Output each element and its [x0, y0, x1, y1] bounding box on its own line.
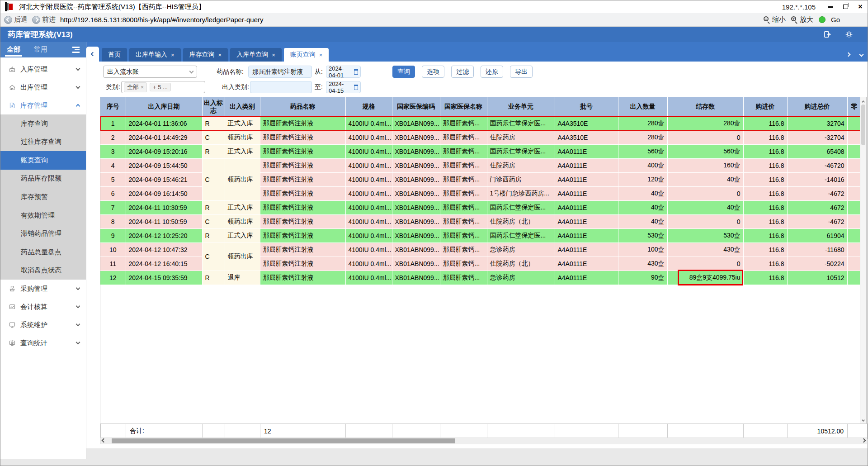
go-button[interactable]: Go — [831, 16, 840, 24]
filter-button-还原[interactable]: 还原 — [481, 66, 503, 78]
category-tag-+ 5 ...[interactable]: + 5 ... — [150, 83, 171, 91]
vertical-scroll-thumb[interactable] — [861, 105, 865, 145]
cell-category: 正式入库 — [225, 200, 260, 214]
cell-qty: 40盒 — [618, 200, 667, 214]
column-header-购进价[interactable]: 购进价 — [743, 97, 787, 116]
filter-button-导出[interactable]: 导出 — [510, 66, 533, 78]
sidebar-item-有效期管理[interactable]: 有效期管理 — [0, 206, 86, 225]
cell-category: 领药出库 — [225, 130, 260, 144]
column-header-规格[interactable]: 规格 — [345, 97, 392, 116]
tab-scroll-left-button[interactable] — [86, 47, 99, 62]
sidebar-group-查询统计[interactable]: 查询统计 — [0, 334, 86, 352]
drug-name-input[interactable]: 那屈肝素钙注射液 — [248, 66, 312, 78]
table-row[interactable]: 22024-04-01 14:49:29C领药出库那屈肝素钙注射液4100IU … — [100, 130, 861, 144]
table-row[interactable]: 82024-04-11 10:50:59C领药出库那屈肝素钙注射液4100IU … — [100, 214, 861, 228]
tab-入库单查询[interactable]: 入库单查询× — [230, 48, 282, 62]
tab-出库单输入[interactable]: 出库单输入× — [129, 48, 181, 62]
sidebar-group-出库管理[interactable]: 出库管理 — [0, 78, 86, 96]
column-header-出入标志[interactable]: 出入标志 — [202, 97, 225, 116]
tab-close-icon[interactable]: × — [272, 52, 275, 58]
column-header-业务单元[interactable]: 业务单元 — [487, 97, 555, 116]
tab-账页查询[interactable]: 账页查询× — [284, 48, 329, 62]
restore-button[interactable] — [842, 3, 849, 10]
sidebar-item-取消盘点状态[interactable]: 取消盘点状态 — [0, 262, 86, 280]
tab-库存查询[interactable]: 库存查询× — [183, 48, 228, 62]
column-header-国家医保名称[interactable]: 国家医保名称 — [440, 97, 487, 116]
close-button[interactable]: × — [857, 3, 864, 10]
sidebar-item-滞销药品管理[interactable]: 滞销药品管理 — [0, 224, 86, 243]
cell-extra — [847, 130, 861, 144]
scroll-right-icon[interactable] — [862, 438, 866, 443]
date-to-input[interactable]: 2024-04-15 — [326, 81, 361, 93]
scroll-down-icon[interactable] — [862, 418, 865, 422]
back-button[interactable]: 后退 — [4, 15, 28, 24]
minimize-button[interactable] — [827, 3, 834, 10]
cell-batch: A4A3510E — [555, 130, 618, 144]
cell-qty: 280盒 — [618, 116, 667, 130]
report-type-select[interactable]: 出入流水账 — [103, 66, 197, 78]
table-row[interactable]: 102024-04-12 10:47:32C领药出库那屈肝素钙注射液4100IU… — [100, 243, 861, 257]
zoom-out-button[interactable]: − 缩小 — [764, 15, 786, 24]
sidebar-item-过往库存查询[interactable]: 过往库存查询 — [0, 133, 86, 152]
tag-remove-icon[interactable]: × — [141, 84, 144, 90]
column-header-序号[interactable]: 序号 — [100, 97, 126, 116]
cell-category: 正式入库 — [225, 144, 260, 158]
sidebar-item-库存预警[interactable]: 库存预警 — [0, 188, 86, 206]
column-header-零[interactable]: 零 — [847, 97, 861, 116]
category-tag-全部[interactable]: 全部× — [124, 82, 147, 92]
settings-gear-icon[interactable] — [845, 30, 853, 38]
table-row[interactable]: 72024-04-11 10:30:59R正式入库那屈肝素钙注射液4100IU … — [100, 200, 861, 214]
column-header-国家医保编码[interactable]: 国家医保编码 — [392, 97, 440, 116]
zoom-in-button[interactable]: + 放大 — [791, 15, 813, 24]
sidebar-group-库存管理[interactable]: 库存管理 — [0, 96, 86, 114]
tab-close-icon[interactable]: × — [319, 52, 323, 58]
filter-button-查询[interactable]: 查询 — [392, 66, 415, 78]
date-from-input[interactable]: 2024-04-01 — [326, 66, 361, 78]
filter-button-过滤[interactable]: 过滤 — [451, 66, 474, 78]
sidebar-tab-全部[interactable]: 全部 — [7, 42, 20, 57]
cell-drug: 那屈肝素钙注射液 — [260, 130, 345, 144]
url-field[interactable]: http://192.168.5.131:8000/his-yk/app/#/i… — [60, 16, 764, 24]
switch-window-icon[interactable] — [823, 30, 831, 38]
cell-spec: 4100IU 0.4ml... — [345, 257, 392, 271]
vertical-scrollbar[interactable] — [860, 97, 866, 423]
sidebar-group-采购管理[interactable]: 采购管理 — [0, 280, 86, 298]
cell-extra — [847, 200, 861, 214]
cell-seq: 7 — [100, 200, 126, 214]
column-header-出入类别[interactable]: 出入类别 — [225, 97, 260, 116]
sidebar-group-入库管理[interactable]: 入库管理 — [0, 60, 86, 78]
tab-首页[interactable]: 首页 — [102, 48, 127, 62]
forward-button[interactable]: 前进 — [32, 15, 56, 24]
horizontal-scroll-thumb[interactable] — [112, 438, 455, 443]
inout-category-input[interactable] — [250, 81, 312, 93]
column-header-批号[interactable]: 批号 — [555, 97, 618, 116]
menu-lines-icon[interactable] — [72, 47, 80, 53]
sidebar-group-系统维护[interactable]: 系统维护 — [0, 316, 86, 334]
sidebar-item-药品总量盘点[interactable]: 药品总量盘点 — [0, 243, 86, 262]
sidebar-group-会计核算[interactable]: 会计核算 — [0, 298, 86, 316]
column-header-结存数[interactable]: 结存数 — [667, 97, 743, 116]
table-row[interactable]: 122024-04-15 09:35:59R退库那屈肝素钙注射液4100IU 0… — [100, 271, 861, 285]
sidebar-tab-常用[interactable]: 常用 — [34, 42, 47, 57]
horizontal-scrollbar[interactable] — [100, 437, 867, 444]
table-row[interactable]: 92024-04-12 10:25:20R正式入库那屈肝素钙注射液4100IU … — [100, 228, 861, 243]
sidebar-item-药品库存限额[interactable]: 药品库存限额 — [0, 170, 86, 188]
sidebar-item-账页查询[interactable]: 账页查询 — [0, 151, 86, 170]
table-row[interactable]: 12024-04-01 11:36:06R正式入库那屈肝素钙注射液4100IU … — [100, 116, 861, 130]
tab-close-icon[interactable]: × — [218, 52, 222, 58]
table-row[interactable]: 42024-04-09 15:44:50C领药出库那屈肝素钙注射液4100IU … — [100, 158, 861, 172]
table-row[interactable]: 32024-04-09 15:20:16R正式入库那屈肝素钙注射液4100IU … — [100, 144, 861, 158]
filter-button-选项[interactable]: 选项 — [422, 66, 444, 78]
cell-extra — [847, 158, 861, 172]
scroll-left-icon[interactable] — [102, 438, 106, 443]
column-header-出入库日期[interactable]: 出入库日期 — [126, 97, 202, 116]
column-header-出入数量[interactable]: 出入数量 — [618, 97, 667, 116]
column-header-药品名称[interactable]: 药品名称 — [260, 97, 345, 116]
column-header-购进总价[interactable]: 购进总价 — [787, 97, 847, 116]
category-multiselect[interactable]: 全部×+ 5 ... — [121, 81, 205, 93]
sidebar-item-库存查询[interactable]: 库存查询 — [0, 114, 86, 133]
tab-close-icon[interactable]: × — [171, 52, 175, 58]
scroll-up-icon[interactable] — [862, 100, 865, 104]
tab-list-button[interactable] — [860, 50, 863, 58]
tab-scroll-right-button[interactable] — [847, 50, 850, 58]
